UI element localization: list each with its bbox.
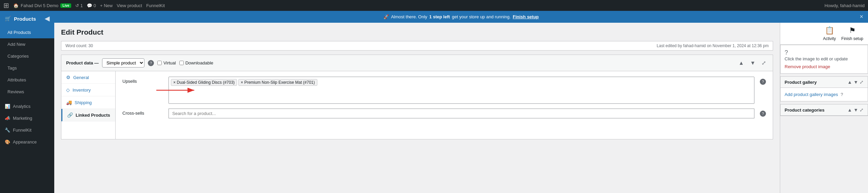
editor-panel: Edit Product Word count: 30 Last edited … <box>54 23 780 193</box>
last-edited-text: Last edited by fahad-hamid on November 1… <box>657 43 769 48</box>
upsell-tag-701[interactable]: × Premium Non-Slip Exercise Mat (#701) <box>238 79 317 86</box>
upsells-label: Upsells <box>122 77 163 84</box>
product-categories-controls: ▲ ▼ ⤢ <box>847 107 864 113</box>
funnelkit-link[interactable]: FunnelKit <box>146 3 165 8</box>
tab-general[interactable]: ⚙ General <box>61 71 115 84</box>
sidebar-item-tags[interactable]: Tags <box>0 62 54 74</box>
sidebar-item-attributes[interactable]: Attributes <box>0 74 54 86</box>
collapse-sidebar-button[interactable]: ◀ <box>45 15 50 22</box>
virtual-checkbox-wrap[interactable]: Virtual <box>157 60 176 65</box>
tags-label: Tags <box>7 65 17 71</box>
activity-button[interactable]: 📋 Activity <box>823 26 836 41</box>
word-count-text: Word count: 30 <box>65 43 93 48</box>
remove-product-image-link[interactable]: Remove product image <box>785 64 830 69</box>
gallery-up-button[interactable]: ▲ <box>847 79 852 85</box>
categories-expand-button[interactable]: ⤢ <box>860 107 864 113</box>
cross-sells-help-icon[interactable]: ? <box>760 111 766 117</box>
product-data-body: ⚙ General ◇ Inventory <box>61 71 773 139</box>
downloadable-checkbox-wrap[interactable]: Downloadable <box>179 60 213 65</box>
product-data-label: Product data — <box>66 60 99 65</box>
shipping-tab-icon: 🚚 <box>66 100 72 105</box>
finish-setup-button[interactable]: ⚑ Finish setup <box>841 26 863 41</box>
sidebar-menu: All Products Add New Categories Tags Att… <box>0 26 54 148</box>
adminbar-items: ↺ 1 💬 0 + New View product FunnelKit <box>75 3 165 8</box>
product-image-hint: Click the image to edit or update <box>785 56 864 61</box>
inventory-tab-icon: ◇ <box>66 87 70 93</box>
panel-down-button[interactable]: ▼ <box>748 59 757 67</box>
panel-expand-button[interactable]: ⤢ <box>760 59 768 67</box>
product-type-select[interactable]: Simple product <box>102 58 144 67</box>
sidebar-item-reviews[interactable]: Reviews <box>0 86 54 98</box>
funnelkit-icon: 🔧 <box>5 128 10 133</box>
categories-label: Categories <box>7 54 29 59</box>
sidebar-item-funnelkit[interactable]: 🔧 FunnelKit <box>0 124 54 136</box>
sidebar-item-add-new[interactable]: Add New <box>0 38 54 50</box>
gallery-expand-button[interactable]: ⤢ <box>860 79 864 85</box>
sidebar-item-all-products[interactable]: All Products <box>0 26 54 38</box>
product-image-help-icon[interactable]: ? <box>785 49 788 56</box>
product-gallery-title: Product gallery <box>785 80 817 85</box>
downloadable-checkbox[interactable] <box>179 61 184 65</box>
site-name[interactable]: 🏠 Fahad Divi 5 Demo Live <box>13 3 71 8</box>
product-data-section: Product data — Simple product ? Virtual … <box>61 55 773 139</box>
update-item[interactable]: ↺ 1 <box>75 3 83 8</box>
sidebar-title: Products <box>14 16 36 22</box>
upsells-row: Upsells × Dual-Sided Gliding Discs (#703… <box>122 77 766 104</box>
tab-linked-products[interactable]: 🔗 Linked Products <box>61 109 115 121</box>
product-categories-panel: Product categories ▲ ▼ ⤢ <box>780 104 868 116</box>
gallery-help-icon[interactable]: ? <box>841 92 843 97</box>
product-gallery-panel: Product gallery ▲ ▼ ⤢ Add product galler… <box>780 76 868 101</box>
virtual-checkbox[interactable] <box>157 61 162 65</box>
finish-setup-icon: ⚑ <box>849 26 856 35</box>
product-data-header: Product data — Simple product ? Virtual … <box>61 55 773 71</box>
main-content: 🚀 Almost there. Only 1 step left get you… <box>54 11 868 193</box>
product-categories-title: Product categories <box>785 108 825 113</box>
product-type-help-icon[interactable]: ? <box>148 60 154 66</box>
content-area: Edit Product Word count: 30 Last edited … <box>54 23 868 193</box>
attributes-label: Attributes <box>7 77 26 82</box>
cross-sells-search-input[interactable] <box>169 109 754 118</box>
add-product-gallery-images-link[interactable]: Add product gallery images <box>785 92 838 97</box>
comments-item[interactable]: 💬 0 <box>87 3 96 8</box>
appearance-icon: 🎨 <box>5 139 10 144</box>
product-categories-header: Product categories ▲ ▼ ⤢ <box>781 104 868 116</box>
tab-inventory[interactable]: ◇ Inventory <box>61 84 115 96</box>
categories-down-button[interactable]: ▼ <box>853 107 858 113</box>
sidebar-item-appearance[interactable]: 🎨 Appearance <box>0 136 54 148</box>
live-badge: Live <box>60 3 71 8</box>
sidebar-item-analytics[interactable]: 📊 Analytics <box>0 100 54 112</box>
linked-products-tab-content: Upsells × Dual-Sided Gliding Discs (#703… <box>116 71 773 139</box>
gallery-down-button[interactable]: ▼ <box>853 79 858 85</box>
general-tab-icon: ⚙ <box>66 75 71 80</box>
product-gallery-body: Add product gallery images ? <box>781 88 868 101</box>
howdy-text: Howdy, fahad-hamid <box>825 3 865 8</box>
product-gallery-header: Product gallery ▲ ▼ ⤢ <box>781 77 868 88</box>
reviews-label: Reviews <box>7 89 24 94</box>
products-icon: 🛒 <box>5 16 11 22</box>
upsells-tag-input[interactable]: × Dual-Sided Gliding Discs (#703) × Prem… <box>169 77 754 104</box>
cross-sells-field <box>169 109 754 118</box>
banner-bold: 1 step left <box>429 14 450 19</box>
analytics-icon: 📊 <box>5 104 10 109</box>
tab-shipping[interactable]: 🚚 Shipping <box>61 96 115 109</box>
page-title: Edit Product <box>61 28 773 36</box>
close-banner-button[interactable]: × <box>860 13 863 20</box>
finish-setup-link[interactable]: Finish setup <box>513 14 539 19</box>
rocket-emoji: 🚀 <box>383 14 389 19</box>
cross-sells-label: Cross-sells <box>122 109 163 116</box>
view-product-link[interactable]: View product <box>117 3 142 8</box>
sidebar-item-categories[interactable]: Categories <box>0 50 54 62</box>
banner-text2: get your store up and running. <box>452 14 511 19</box>
sidebar-item-marketing[interactable]: 📣 Marketing <box>0 112 54 124</box>
marketing-icon: 📣 <box>5 116 10 121</box>
activity-finish-panel: 📋 Activity ⚑ Finish setup <box>780 23 868 45</box>
wp-logo-icon[interactable]: ⊞ <box>3 1 9 9</box>
banner-text: Almost there. Only <box>391 14 427 19</box>
word-count-bar: Word count: 30 Last edited by fahad-hami… <box>61 41 773 51</box>
new-link[interactable]: + New <box>100 3 113 8</box>
categories-up-button[interactable]: ▲ <box>847 107 852 113</box>
upsells-help-icon[interactable]: ? <box>760 79 766 85</box>
upsell-tag-703[interactable]: × Dual-Sided Gliding Discs (#703) <box>171 79 237 86</box>
panel-up-button[interactable]: ▲ <box>736 59 746 67</box>
admin-bar: ⊞ 🏠 Fahad Divi 5 Demo Live ↺ 1 💬 0 + New… <box>0 0 868 11</box>
